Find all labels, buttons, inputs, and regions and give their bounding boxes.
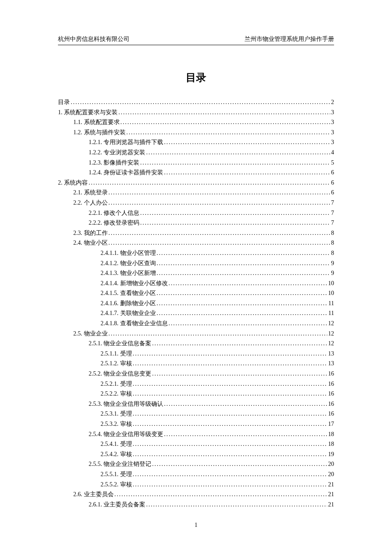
- toc-entry[interactable]: 2.5.2.2. 审核16: [58, 389, 334, 399]
- toc-entry[interactable]: 2.4.1.8. 查看物业企业信息12: [58, 318, 334, 329]
- toc-leader-dots: [146, 147, 330, 158]
- toc-leader-dots: [157, 298, 328, 309]
- toc-entry[interactable]: 1.2.2. 专业浏览器安装4: [58, 147, 334, 158]
- toc-entry-label: 2.1. 系统登录: [73, 188, 108, 198]
- toc-entry-label: 目录: [58, 97, 70, 107]
- toc-leader-dots: [133, 409, 328, 419]
- toc-entry[interactable]: 1.1. 系统配置要求3: [58, 117, 334, 127]
- toc-entry[interactable]: 2.4.1.7. 关联物业企业11: [58, 308, 334, 318]
- toc-entry-label: 2. 系统内容: [58, 178, 88, 188]
- toc-entry-page: 7: [331, 208, 334, 218]
- toc-entry[interactable]: 2.4.1.3. 物业小区新增9: [58, 268, 334, 278]
- toc-entry[interactable]: 2.5.5. 物业企业注销登记20: [58, 459, 334, 469]
- toc-entry-page: 20: [328, 459, 334, 469]
- toc-entry[interactable]: 2.5.2. 物业企业信息变更16: [58, 369, 334, 379]
- toc-entry-label: 1.2. 系统与插件安装: [73, 127, 126, 138]
- toc-leader-dots: [109, 329, 328, 339]
- toc-leader-dots: [152, 369, 327, 379]
- table-of-contents: 目录21. 系统配置要求与安装31.1. 系统配置要求31.2. 系统与插件安装…: [58, 97, 334, 509]
- toc-leader-dots: [164, 429, 327, 439]
- toc-leader-dots: [140, 218, 330, 228]
- toc-leader-dots: [118, 107, 330, 118]
- toc-entry-page: 16: [328, 379, 334, 389]
- toc-leader-dots: [109, 238, 331, 248]
- toc-entry[interactable]: 2.4. 物业小区8: [58, 238, 334, 248]
- toc-entry-label: 2.5.5. 物业企业注销登记: [89, 459, 151, 469]
- toc-leader-dots: [133, 449, 328, 460]
- toc-entry-label: 2.5.4.1. 受理: [101, 439, 132, 449]
- toc-entry-page: 9: [331, 268, 334, 278]
- toc-leader-dots: [127, 127, 331, 138]
- toc-entry[interactable]: 2.5.3.1. 受理16: [58, 409, 334, 419]
- toc-entry[interactable]: 2.5.4. 物业企业信用等级变更18: [58, 429, 334, 439]
- toc-entry[interactable]: 1. 系统配置要求与安装3: [58, 107, 334, 118]
- toc-entry[interactable]: 2.5.1.2. 审核13: [58, 358, 334, 369]
- toc-leader-dots: [164, 168, 330, 178]
- toc-entry-page: 18: [328, 429, 334, 439]
- toc-entry-page: 17: [328, 419, 334, 429]
- toc-leader-dots: [140, 158, 330, 168]
- toc-entry-label: 2.6. 业主委员会: [73, 489, 114, 500]
- toc-leader-dots: [152, 338, 327, 349]
- toc-entry-page: 2: [331, 97, 334, 107]
- toc-entry[interactable]: 2.5.4.2. 审核19: [58, 449, 334, 460]
- toc-leader-dots: [133, 469, 328, 480]
- toc-entry-page: 19: [328, 449, 334, 460]
- toc-entry-label: 2.5.5.2. 审核: [101, 480, 132, 490]
- toc-entry[interactable]: 2.4.1.1. 物业小区管理8: [58, 248, 334, 258]
- toc-entry-label: 2.6.1. 业主委员会备案: [89, 500, 145, 510]
- toc-leader-dots: [121, 117, 331, 127]
- document-page: 杭州中房信息科技有限公司 兰州市物业管理系统用户操作手册 目录 目录21. 系统…: [0, 0, 392, 509]
- toc-entry[interactable]: 2.4.1.6. 删除物业小区11: [58, 298, 334, 309]
- toc-entry-label: 2.4.1.4. 新增物业小区修改: [101, 278, 168, 289]
- toc-entry-page: 21: [328, 500, 334, 510]
- toc-entry[interactable]: 2. 系统内容6: [58, 178, 334, 188]
- toc-entry[interactable]: 2.2.2. 修改登录密码7: [58, 218, 334, 228]
- toc-entry-page: 21: [328, 480, 334, 490]
- toc-entry[interactable]: 2.6. 业主委员会21: [58, 489, 334, 500]
- toc-entry-label: 2.2.1. 修改个人信息: [89, 208, 139, 218]
- toc-leader-dots: [164, 399, 327, 409]
- toc-entry-page: 6: [331, 168, 334, 178]
- toc-leader-dots: [169, 278, 328, 289]
- toc-entry[interactable]: 2.5. 物业企业12: [58, 329, 334, 339]
- toc-entry[interactable]: 2.5.1. 物业企业信息备案12: [58, 338, 334, 349]
- toc-entry[interactable]: 2.5.3. 物业企业信用等级确认16: [58, 399, 334, 409]
- toc-entry-page: 8: [331, 228, 334, 238]
- toc-entry[interactable]: 2.5.5.1. 受理20: [58, 469, 334, 480]
- toc-entry-label: 2.5.3.2. 审核: [101, 419, 132, 429]
- toc-entry[interactable]: 2.4.1.2. 物业小区查询9: [58, 258, 334, 269]
- toc-entry[interactable]: 2.5.2.1. 受理16: [58, 379, 334, 389]
- toc-entry[interactable]: 2.5.5.2. 审核21: [58, 480, 334, 490]
- toc-leader-dots: [115, 489, 328, 500]
- toc-entry[interactable]: 1.2.3. 影像插件安装5: [58, 158, 334, 168]
- toc-entry[interactable]: 1.2.4. 身份证读卡器插件安装6: [58, 168, 334, 178]
- toc-entry[interactable]: 2.5.3.2. 审核17: [58, 419, 334, 429]
- toc-entry-label: 2.2. 个人办公: [73, 198, 108, 208]
- toc-entry-page: 9: [331, 258, 334, 269]
- toc-entry-label: 2.5. 物业企业: [73, 329, 108, 339]
- toc-leader-dots: [157, 268, 331, 278]
- toc-entry-page: 5: [331, 158, 334, 168]
- toc-entry[interactable]: 2.4.1.5. 查看物业小区10: [58, 288, 334, 298]
- toc-entry[interactable]: 2.5.1.1. 受理13: [58, 349, 334, 359]
- toc-entry[interactable]: 2.4.1.4. 新增物业小区修改10: [58, 278, 334, 289]
- header-right: 兰州市物业管理系统用户操作手册: [245, 35, 334, 43]
- toc-entry[interactable]: 1.2.1. 专用浏览器与插件下载3: [58, 137, 334, 147]
- toc-entry[interactable]: 2.3. 我的工作8: [58, 228, 334, 238]
- toc-entry[interactable]: 2.2. 个人办公7: [58, 198, 334, 208]
- toc-entry[interactable]: 2.6.1. 业主委员会备案21: [58, 500, 334, 510]
- toc-entry-page: 12: [328, 318, 334, 329]
- toc-leader-dots: [109, 198, 331, 208]
- toc-entry-page: 10: [328, 278, 334, 289]
- toc-entry-page: 3: [331, 117, 334, 127]
- toc-entry[interactable]: 2.2.1. 修改个人信息7: [58, 208, 334, 218]
- toc-entry-label: 1.2.4. 身份证读卡器插件安装: [89, 168, 163, 178]
- toc-entry-page: 7: [331, 218, 334, 228]
- toc-entry[interactable]: 2.1. 系统登录6: [58, 188, 334, 198]
- toc-entry[interactable]: 目录2: [58, 97, 334, 107]
- toc-entry[interactable]: 2.5.4.1. 受理18: [58, 439, 334, 449]
- toc-entry-label: 1.2.1. 专用浏览器与插件下载: [89, 137, 163, 147]
- toc-entry[interactable]: 1.2. 系统与插件安装3: [58, 127, 334, 138]
- toc-entry-page: 11: [329, 298, 334, 309]
